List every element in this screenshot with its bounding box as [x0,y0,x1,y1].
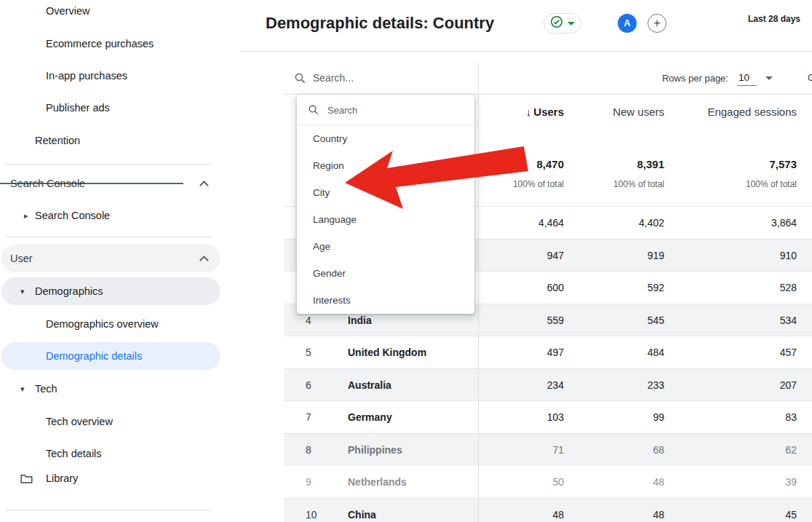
row-new-users: 48 [653,499,664,522]
totals-users: 8,470 100% of total [513,157,564,189]
row-country: Germany [348,401,392,433]
sidebar-item-retention[interactable]: Retention [35,130,80,151]
row-engaged-sessions: 457 [780,336,797,368]
row-country: Philippines [348,434,402,466]
row-engaged-sessions: 3,864 [771,207,797,239]
table-toolbar: Rows per page: 10 G [284,62,812,95]
dropdown-search-row [297,95,474,125]
dropdown-option[interactable]: Age [297,233,474,260]
row-rank: 5 [306,336,330,368]
dropdown-option[interactable]: Language [297,206,474,233]
chevron-down-icon[interactable] [765,76,773,80]
row-rank: 6 [306,369,330,401]
dropdown-option[interactable]: Country [297,125,474,152]
triangle-right-icon[interactable]: ▸ [24,205,28,226]
sidebar-divider [6,237,211,237]
sidebar-divider [6,510,211,510]
sidebar-item-demographic-details[interactable]: Demographic details [46,345,142,367]
table-row[interactable]: 6 Australia 234 233 207 [284,368,812,401]
row-new-users: 48 [653,466,664,498]
row-new-users: 99 [653,401,664,433]
row-engaged-sessions: 528 [780,272,797,304]
data-quality-badge[interactable] [544,13,581,33]
row-country: China [348,499,376,522]
sidebar-item-ecommerce-purchases[interactable]: Ecommerce purchases [46,33,154,55]
report-table: Rows per page: 10 G ↓Users New users Eng… [284,62,812,522]
pagination-goto-clipped[interactable]: G [808,72,812,83]
row-country: Australia [348,369,391,401]
column-header-users[interactable]: ↓Users [526,95,564,130]
search-icon [294,72,306,87]
triangle-down-icon[interactable]: ▾ [20,280,25,302]
row-engaged-sessions: 207 [780,369,797,401]
row-users: 103 [547,401,564,433]
column-header-engaged-sessions[interactable]: Engaged sessions [707,95,797,130]
sidebar-section-user[interactable]: User [10,248,33,269]
table-row[interactable]: 5 United Kingdom 497 484 457 [284,336,812,368]
table-row[interactable]: 8 Philippines 71 68 62 [284,433,812,466]
dropdown-option[interactable]: Gender [297,260,474,287]
dropdown-option[interactable]: Interests [297,287,474,314]
avatar[interactable]: A [618,14,637,33]
row-new-users: 919 [648,240,664,272]
sidebar-item-tech[interactable]: Tech [35,378,57,400]
dropdown-option[interactable]: City [297,179,474,206]
totals-engaged-sessions: 7,573 100% of total [746,157,797,189]
dropdown-search-input[interactable] [327,100,462,120]
column-header-new-users[interactable]: New users [613,95,664,130]
row-new-users: 4,402 [639,207,664,239]
row-engaged-sessions: 534 [780,304,797,336]
sidebar-section-search-console[interactable]: Search Console [10,173,85,194]
row-users: 947 [547,240,564,272]
sidebar-item-library[interactable]: Library [46,467,78,489]
chevron-up-icon[interactable] [199,181,209,190]
sidebar-item-tech-details[interactable]: Tech details [46,443,102,464]
header-divider [242,51,812,52]
sidebar-item-demographics[interactable]: Demographics [35,280,103,302]
row-users: 234 [547,369,564,401]
sidebar-item-tech-overview[interactable]: Tech overview [46,411,113,432]
triangle-down-icon[interactable]: ▾ [20,378,25,400]
table-row[interactable]: 10 China 48 48 45 [284,498,812,522]
row-rank: 8 [306,434,330,466]
date-range-selector[interactable]: Last 28 days [748,14,800,24]
table-row[interactable]: 7 Germany 103 99 83 [284,400,812,433]
dimension-dropdown: CountryRegionCityLanguageAgeGenderIntere… [297,95,474,314]
row-new-users: 592 [648,272,664,304]
row-users: 559 [547,304,564,336]
totals-new-users: 8,391 100% of total [613,157,664,189]
page-title: Demographic details: Country [266,12,494,34]
table-row[interactable]: 9 Netherlands 50 48 39 [284,465,812,498]
table-search-input[interactable] [313,68,451,88]
verified-check-icon [550,15,563,31]
row-users: 50 [552,466,564,498]
sidebar-item-demographics-overview[interactable]: Demographics overview [46,313,159,335]
row-new-users: 545 [648,304,664,336]
row-new-users: 484 [648,336,664,368]
sidebar-item-publisher-ads[interactable]: Publisher ads [46,97,110,119]
row-users: 48 [552,499,564,522]
row-rank: 10 [306,499,330,522]
dropdown-options: CountryRegionCityLanguageAgeGenderIntere… [297,125,474,314]
sidebar-item-in-app-purchases[interactable]: In-app purchases [46,65,127,87]
sidebar: Overview Ecommerce purchases In-app purc… [0,0,240,522]
row-users: 71 [552,434,564,466]
sidebar-item-overview[interactable]: Overview [46,0,89,22]
sidebar-item-search-console[interactable]: Search Console [35,205,110,226]
row-engaged-sessions: 39 [785,466,797,498]
chevron-down-icon [568,22,575,25]
sidebar-divider [6,164,211,165]
folder-icon [20,473,33,486]
row-country: Netherlands [348,466,407,498]
dropdown-option[interactable]: Region [297,152,474,179]
main-content: Demographic details: Country A + Last 28… [240,0,812,522]
app-root: Overview Ecommerce purchases In-app purc… [0,0,812,522]
column-separator [478,62,479,522]
row-users: 497 [547,336,564,368]
rows-per-page-select[interactable]: 10 [737,71,757,86]
add-comparison-button[interactable]: + [648,14,666,33]
row-country: United Kingdom [348,336,426,368]
row-engaged-sessions: 62 [785,434,797,466]
row-engaged-sessions: 910 [780,240,797,272]
user-section-highlight [1,245,220,272]
